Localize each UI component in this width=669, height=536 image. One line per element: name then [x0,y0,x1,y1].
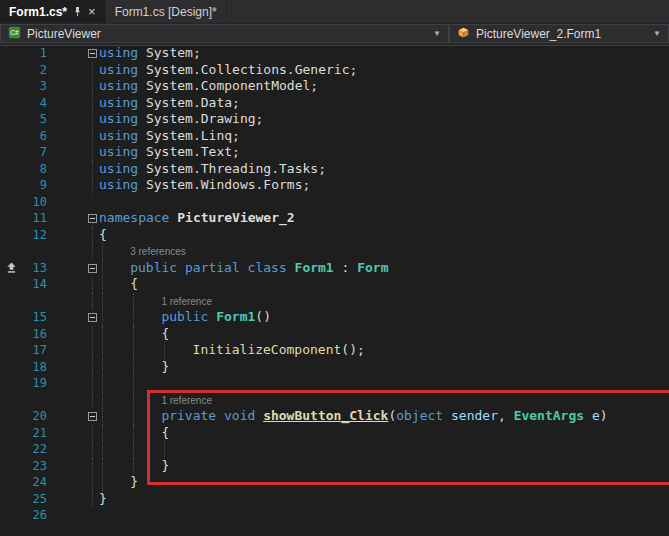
code-line[interactable]: 9using System.Windows.Forms; [0,177,669,194]
tab-form1-cs[interactable]: Form1.cs* × [0,0,106,23]
code-text[interactable]: using System.Data; [99,95,669,112]
code-line[interactable]: 16{ [0,326,669,343]
code-text[interactable]: { [99,425,669,442]
code-line[interactable]: 14{ [0,276,669,293]
line-number[interactable]: 24 [22,474,49,491]
code-line[interactable]: 23} [0,458,669,475]
code-text[interactable]: using System.Windows.Forms; [99,177,669,194]
line-number[interactable]: 1 [22,45,49,62]
line-number[interactable]: 2 [22,62,49,79]
code-text[interactable]: using System.Drawing; [99,111,669,128]
line-number[interactable]: 23 [22,458,49,475]
code-text[interactable]: using System.Threading.Tasks; [99,161,669,178]
code-text[interactable] [99,507,669,524]
code-line[interactable]: 19 [0,375,669,392]
fold-collapse-icon[interactable] [88,264,97,273]
line-number[interactable] [22,392,49,409]
code-text[interactable]: 1 reference [99,392,669,409]
pin-icon[interactable] [73,6,82,17]
code-text[interactable] [99,375,669,392]
line-number[interactable]: 18 [22,359,49,376]
code-text[interactable]: public Form1() [99,309,669,326]
line-number[interactable]: 6 [22,128,49,145]
code-editor[interactable]: 1using System;2using System.Collections.… [0,45,669,536]
code-line[interactable]: 13public partial class Form1 : Form [0,260,669,277]
codelens-row[interactable]: 1 reference [0,293,669,310]
codelens-references-link[interactable]: 1 reference [161,395,212,406]
code-text[interactable]: InitializeComponent(); [99,342,669,359]
line-number[interactable]: 10 [22,194,49,211]
codelens-references-link[interactable]: 3 references [130,246,186,257]
code-line[interactable]: 17InitializeComponent(); [0,342,669,359]
code-text[interactable]: } [99,359,669,376]
line-number[interactable]: 17 [22,342,49,359]
line-number[interactable]: 25 [22,491,49,508]
line-number[interactable]: 9 [22,177,49,194]
code-text[interactable]: { [99,276,669,293]
codelens-row[interactable]: 1 reference [0,392,669,409]
line-number[interactable] [22,293,49,310]
fold-collapse-icon[interactable] [88,49,97,58]
code-line[interactable]: 7using System.Text; [0,144,669,161]
fold-collapse-icon[interactable] [88,214,97,223]
code-text[interactable]: 3 references [99,243,669,260]
code-text[interactable]: using System.Text; [99,144,669,161]
line-number[interactable]: 8 [22,161,49,178]
line-number[interactable]: 13 [22,260,49,277]
chevron-down-icon[interactable]: ▼ [653,29,661,38]
code-line[interactable]: 11namespace PictureViewer_2 [0,210,669,227]
code-line[interactable]: 24} [0,474,669,491]
fold-collapse-icon[interactable] [88,412,97,421]
line-number[interactable]: 26 [22,507,49,524]
line-number[interactable]: 3 [22,78,49,95]
fold-collapse-icon[interactable] [88,313,97,322]
code-line[interactable]: 21{ [0,425,669,442]
code-line[interactable]: 26 [0,507,669,524]
code-line[interactable]: 8using System.Threading.Tasks; [0,161,669,178]
line-number[interactable]: 20 [22,408,49,425]
line-number[interactable]: 21 [22,425,49,442]
code-text[interactable]: using System.Collections.Generic; [99,62,669,79]
line-number[interactable]: 15 [22,309,49,326]
code-text[interactable]: private void showButton_Click(object sen… [99,408,669,425]
code-text[interactable] [99,441,669,458]
tab-form1-cs-design[interactable]: Form1.cs [Design]* [106,0,227,23]
code-text[interactable]: public partial class Form1 : Form [99,260,669,277]
code-text[interactable]: { [99,326,669,343]
code-line[interactable]: 5using System.Drawing; [0,111,669,128]
code-text[interactable]: using System.Linq; [99,128,669,145]
code-line[interactable]: 20private void showButton_Click(object s… [0,408,669,425]
code-text[interactable]: } [99,474,669,491]
code-line[interactable]: 15public Form1() [0,309,669,326]
code-text[interactable] [99,194,669,211]
line-number[interactable]: 12 [22,227,49,244]
code-text[interactable]: 1 reference [99,293,669,310]
close-icon[interactable]: × [88,5,96,18]
code-text[interactable]: } [99,491,669,508]
code-text[interactable]: using System.ComponentModel; [99,78,669,95]
code-line[interactable]: 22 [0,441,669,458]
line-number[interactable]: 14 [22,276,49,293]
code-line[interactable]: 4using System.Data; [0,95,669,112]
line-number[interactable]: 16 [22,326,49,343]
code-line[interactable]: 3using System.ComponentModel; [0,78,669,95]
code-text[interactable]: } [99,458,669,475]
project-dropdown[interactable]: C# PictureViewer ▼ [0,24,449,43]
line-number[interactable]: 19 [22,375,49,392]
code-line[interactable]: 18} [0,359,669,376]
code-line[interactable]: 10 [0,194,669,211]
type-dropdown[interactable]: PictureViewer_2.Form1 ▼ [449,24,669,43]
code-line[interactable]: 2using System.Collections.Generic; [0,62,669,79]
inheritance-margin-icon[interactable] [0,260,22,277]
line-number[interactable] [22,243,49,260]
code-line[interactable]: 25} [0,491,669,508]
line-number[interactable]: 4 [22,95,49,112]
line-number[interactable]: 22 [22,441,49,458]
code-text[interactable]: using System; [99,45,669,62]
codelens-references-link[interactable]: 1 reference [161,296,212,307]
line-number[interactable]: 7 [22,144,49,161]
code-text[interactable]: namespace PictureViewer_2 [99,210,669,227]
code-line[interactable]: 1using System; [0,45,669,62]
code-line[interactable]: 12{ [0,227,669,244]
codelens-row[interactable]: 3 references [0,243,669,260]
